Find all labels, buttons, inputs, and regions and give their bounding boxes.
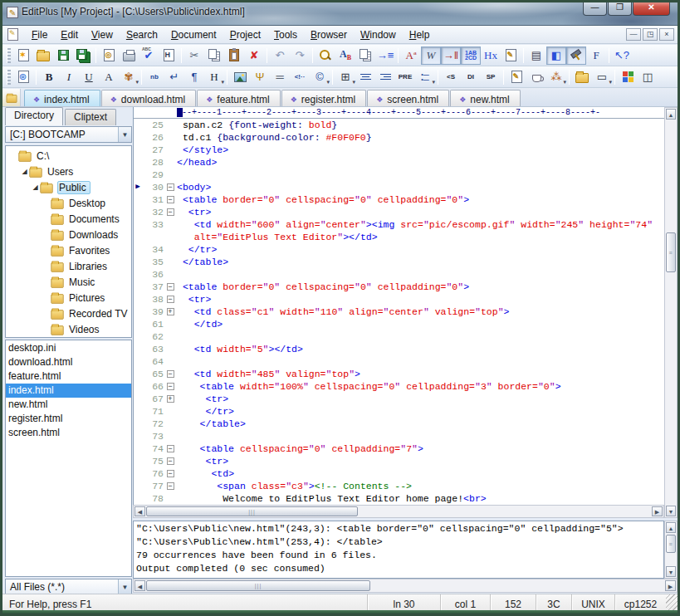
italic-button[interactable]: I bbox=[59, 68, 79, 86]
align-center-button[interactable] bbox=[355, 68, 375, 86]
find-button[interactable] bbox=[316, 46, 335, 65]
code-line[interactable]: 73 bbox=[134, 430, 664, 442]
code-line[interactable]: 71 </tr> bbox=[134, 405, 664, 418]
comment-button[interactable]: <!·· bbox=[290, 68, 310, 86]
code-line[interactable]: 34 </tr> bbox=[134, 243, 664, 256]
span-button[interactable]: SP bbox=[481, 68, 501, 86]
open-button[interactable] bbox=[33, 46, 53, 65]
expand-arrow-icon[interactable]: ◢ bbox=[31, 183, 40, 191]
list-button[interactable]: •—•—▾ bbox=[415, 68, 435, 86]
line-break-button[interactable]: ↵ bbox=[164, 68, 184, 86]
code-line[interactable]: 27 </style> bbox=[134, 144, 664, 156]
scroll-thumb[interactable]: ≡ bbox=[666, 535, 676, 553]
code-line[interactable]: 78 Welcome to EditPlus Text Editor home … bbox=[134, 492, 664, 505]
maximize-button[interactable]: ❐ bbox=[608, 0, 632, 16]
code-line[interactable]: 72 </table> bbox=[134, 418, 664, 430]
menu-view[interactable]: View bbox=[85, 27, 120, 42]
fold-collapse-icon[interactable]: − bbox=[167, 196, 174, 203]
tree-item-downloads[interactable]: Downloads bbox=[6, 227, 131, 242]
tree-item-documents[interactable]: Documents bbox=[6, 211, 131, 227]
split-window-button[interactable]: ◫ bbox=[638, 68, 658, 86]
doc-tab-new.html[interactable]: ❖new.html bbox=[450, 90, 520, 106]
menu-help[interactable]: Help bbox=[403, 27, 437, 42]
menu-edit[interactable]: Edit bbox=[54, 27, 85, 42]
font-style-button[interactable]: A bbox=[99, 68, 119, 86]
line-numbers-button[interactable]: 1AB2CD bbox=[461, 46, 481, 65]
menu-file[interactable]: File bbox=[25, 27, 54, 42]
code-line[interactable]: 39+ <td class="c1" width="110" align="ce… bbox=[134, 306, 664, 318]
code-line[interactable]: 37− <table border="0" cellspacing="0" ce… bbox=[134, 281, 664, 293]
fold-collapse-icon[interactable]: − bbox=[167, 383, 174, 390]
nbsp-button[interactable]: nb bbox=[144, 68, 164, 86]
file-item-register.html[interactable]: register.html bbox=[6, 412, 131, 426]
fold-collapse-icon[interactable]: − bbox=[167, 183, 174, 191]
find-in-files-button[interactable] bbox=[355, 46, 375, 65]
code-line[interactable]: 63 <td width="5"></td> bbox=[134, 343, 664, 355]
palette-button[interactable]: ✾▾ bbox=[119, 68, 139, 86]
minimize-button[interactable]: — bbox=[583, 0, 607, 16]
sidebar-toggle-button[interactable]: ◧ bbox=[546, 46, 566, 65]
print-button[interactable] bbox=[119, 46, 139, 65]
drive-selector[interactable]: [C:] BOOTCAMP ▼ bbox=[5, 126, 132, 143]
editor-vscrollbar[interactable]: ▲ ≡ ▼ bbox=[664, 107, 678, 518]
code-line[interactable]: 65− <td width="485" valign="top"> bbox=[134, 368, 664, 380]
doc-tab-screen.html[interactable]: ❖screen.html bbox=[367, 90, 449, 106]
mdi-minimize-button[interactable]: — bbox=[626, 28, 641, 41]
fold-collapse-icon[interactable]: − bbox=[167, 208, 174, 216]
file-item-index.html[interactable]: index.html bbox=[6, 384, 131, 398]
fold-collapse-icon[interactable]: − bbox=[167, 457, 174, 465]
scroll-thumb[interactable]: ||| bbox=[146, 580, 370, 591]
table-button[interactable]: ⊞▾ bbox=[335, 68, 355, 86]
code-line[interactable]: 75− <tr> bbox=[134, 455, 664, 467]
scroll-up-icon[interactable]: ▲ bbox=[666, 522, 676, 533]
code-line[interactable]: 29 bbox=[134, 169, 664, 181]
colors-button[interactable] bbox=[618, 68, 638, 86]
delete-button[interactable]: ✘ bbox=[244, 46, 264, 65]
file-filter-selector[interactable]: All Files (*.*) ▼ bbox=[5, 579, 132, 595]
tree-item-favorites[interactable]: Favorites bbox=[6, 242, 131, 258]
scroll-down-icon[interactable]: ▼ bbox=[666, 566, 676, 577]
code-line[interactable]: 74− <table cellspacing="0" cellpadding="… bbox=[134, 442, 664, 455]
paste-button[interactable] bbox=[224, 46, 244, 65]
code-line[interactable]: 28</head> bbox=[134, 156, 664, 169]
browser-preview-button[interactable]: ◎ bbox=[13, 68, 33, 86]
editor-hscrollbar[interactable]: ◀ ||| ▶ bbox=[133, 505, 664, 518]
toolbar-grip[interactable] bbox=[7, 48, 11, 63]
toolbar-grip[interactable] bbox=[7, 70, 11, 85]
fold-collapse-icon[interactable]: − bbox=[167, 445, 174, 452]
pre-button[interactable]: PRE bbox=[395, 68, 415, 86]
scroll-left-icon[interactable]: ◀ bbox=[135, 506, 145, 516]
function-list-button[interactable]: F bbox=[586, 46, 606, 65]
output-hscrollbar[interactable]: ◀ ||| ▶ bbox=[133, 579, 678, 593]
special-char-button[interactable]: ©▾ bbox=[310, 68, 330, 86]
fold-collapse-icon[interactable]: − bbox=[167, 470, 174, 477]
goto-line-button[interactable]: →≡ bbox=[375, 46, 395, 65]
scroll-down-icon[interactable]: ▼ bbox=[666, 506, 676, 516]
code-line[interactable]: 76− <td> bbox=[134, 467, 664, 480]
output-toggle-button[interactable] bbox=[566, 46, 586, 65]
scroll-thumb[interactable]: ||| bbox=[146, 506, 358, 516]
tree-item-desktop[interactable]: Desktop bbox=[6, 195, 131, 211]
output-vscrollbar[interactable]: ▲ ≡ ▼ bbox=[664, 521, 678, 579]
spell-check-button[interactable]: ABC✔ bbox=[139, 46, 159, 65]
fold-expand-icon[interactable]: + bbox=[167, 395, 174, 403]
project-folder-button[interactable] bbox=[2, 89, 21, 106]
code-line[interactable]: 62 bbox=[134, 330, 664, 343]
scroll-right-icon[interactable]: ▶ bbox=[665, 580, 676, 591]
code-line[interactable]: 33 <td width="600" align="center"><img s… bbox=[134, 218, 664, 231]
replace-button[interactable]: AB bbox=[335, 46, 355, 65]
fold-collapse-icon[interactable]: − bbox=[167, 370, 174, 378]
context-help-button[interactable]: ↖? bbox=[612, 46, 632, 65]
cut-button[interactable]: ✂ bbox=[184, 46, 204, 65]
file-item-screen.html[interactable]: screen.html bbox=[6, 426, 131, 440]
scroll-right-icon[interactable]: ▶ bbox=[652, 506, 663, 516]
menu-browser[interactable]: Browser bbox=[304, 27, 354, 42]
file-item-new.html[interactable]: new.html bbox=[6, 398, 131, 412]
code-line[interactable]: 38− <tr> bbox=[134, 293, 664, 306]
file-item-desktop.ini[interactable]: desktop.ini bbox=[6, 341, 131, 355]
tree-item-libraries[interactable]: Libraries bbox=[6, 258, 131, 274]
code-line[interactable]: 31− <table border="0" cellspacing="0" ce… bbox=[134, 193, 664, 206]
tree-item-public[interactable]: ◢Public bbox=[6, 179, 131, 195]
div-button[interactable]: DI bbox=[461, 68, 481, 86]
tab-marker-button[interactable]: →‖ bbox=[441, 46, 461, 65]
